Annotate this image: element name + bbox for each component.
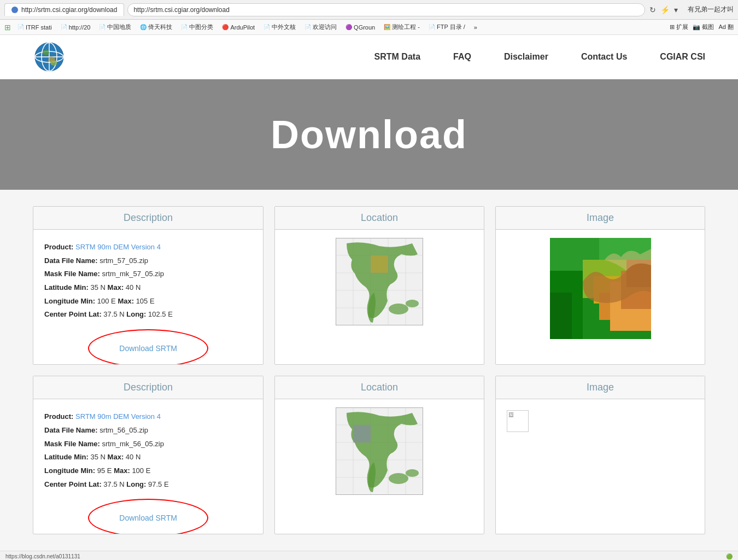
dropdown-icon[interactable]: ▾ (673, 4, 679, 15)
bookmark-icon-welcome: 📄 (304, 24, 311, 30)
center-lat-value-1: 37.5 N (103, 310, 124, 318)
description-header-1: Description (33, 207, 263, 230)
main-nav: SRTM Data FAQ Disclaimer Contact Us CGIA… (0, 35, 738, 79)
data-file-value-1: srtm_57_05.zip (99, 256, 148, 265)
svg-rect-16 (371, 255, 388, 273)
mask-file-value-1: srtm_mk_57_05.zip (102, 270, 164, 278)
description-card-1: Description Product: SRTM 90m DEM Versio… (33, 206, 263, 365)
lat-min-label-1: Latitude Min: (44, 283, 89, 291)
extensions-btn[interactable]: ⊞ 扩展 (670, 23, 688, 31)
lon-max-value-1: 105 E (136, 297, 155, 305)
lat-max-label-2: Max: (108, 453, 124, 461)
bookmark-icon-zhongwai: 📄 (263, 24, 270, 30)
nav-disclaimer[interactable]: Disclaimer (504, 52, 548, 62)
bookmark-label-yitian: 倚天科技 (148, 23, 172, 31)
cards-section: Description Product: SRTM 90m DEM Versio… (0, 190, 738, 551)
lon-min-value-2: 95 E (97, 466, 112, 475)
bookmark-icon-itrf: 📄 (17, 24, 24, 30)
lat-min-value-2: 35 N (91, 453, 106, 461)
bookmark-http20[interactable]: 📄 http://20 (58, 23, 93, 32)
product-row-2: Product: SRTM 90m DEM Version 4 (44, 410, 252, 424)
refresh-icon[interactable]: ↻ (648, 4, 657, 15)
bookmark-icon-http20: 📄 (61, 24, 67, 30)
bookmark-label-qgroun: QGroun (354, 24, 375, 31)
center-lon-value-1: 102.5 E (148, 310, 173, 318)
bookmarks-icon: ⊞ (4, 23, 11, 32)
map-svg-1 (336, 238, 423, 325)
lightning-icon: ⚡ (659, 4, 671, 15)
bookmark-zhongwai[interactable]: 📄 中外文核 (261, 22, 298, 32)
globe-icon (33, 40, 66, 73)
center-lat-label-1: Center Point Lat: (44, 310, 102, 318)
bookmark-label-itrf: ITRF stati (26, 24, 52, 31)
tab-favicon (11, 7, 18, 13)
bookmark-itrf[interactable]: 📄 ITRF stati (15, 23, 54, 32)
center-lon-value-2: 97.5 E (148, 480, 169, 488)
bookmark-geology[interactable]: 📄 中国地质 (97, 22, 133, 32)
image-header-2: Image (496, 376, 705, 399)
location-card-2: Location (274, 376, 484, 534)
mask-file-label-2: Mask File Name: (44, 440, 100, 448)
bookmark-label-surveying: 测绘工程 - (392, 23, 420, 31)
download-link-1[interactable]: Download SRTM (119, 344, 177, 353)
image-card-2: Image 🖼 (495, 376, 705, 534)
nav-srtm-data[interactable]: SRTM Data (374, 52, 420, 62)
bookmark-ftp[interactable]: 📄 FTP 目录 / (426, 22, 467, 32)
center-lat-value-2: 37.5 N (103, 480, 124, 488)
data-file-label-1: Data File Name: (44, 256, 98, 265)
data-file-row-1: Data File Name: srtm_57_05.zip (44, 254, 252, 268)
svg-point-15 (406, 300, 419, 307)
lat-max-value-2: 40 N (126, 453, 140, 461)
lat-min-label-2: Latitude Min: (44, 453, 89, 461)
nav-links: SRTM Data FAQ Disclaimer Contact Us CGIA… (374, 52, 705, 62)
lon-min-label-2: Longitude Min: (44, 466, 95, 475)
bookmark-label-more: » (474, 24, 477, 31)
url-text: http://srtm.csi.cgiar.org/download (133, 6, 229, 14)
broken-image-placeholder: 🖼 (507, 410, 529, 432)
bookmark-label-ftp: FTP 目录 / (437, 23, 465, 31)
bookmark-label-lib: 中图分类 (189, 23, 213, 31)
lon-max-value-2: 100 E (132, 466, 150, 475)
bookmark-label-zhongwai: 中外文核 (272, 23, 296, 31)
nav-faq[interactable]: FAQ (453, 52, 471, 62)
bookmark-icon-lib: 📄 (181, 24, 188, 30)
screenshot-btn[interactable]: 📷 截图 (693, 23, 714, 31)
browser-tab[interactable]: http://srtm.csi.cgiar.org/download (4, 3, 124, 16)
nav-contact-us[interactable]: Contact Us (581, 52, 627, 62)
map-container-1 (275, 230, 484, 334)
bookmark-label-http20: http://20 (69, 24, 91, 31)
data-file-row-2: Data File Name: srtm_56_05.zip (44, 424, 252, 438)
bookmark-lib[interactable]: 📄 中图分类 (179, 22, 215, 32)
lat-min-value-1: 35 N (91, 283, 106, 291)
product-value-2[interactable]: SRTM 90m DEM Version 4 (75, 412, 161, 421)
svg-rect-28 (550, 293, 572, 339)
lon-row-2: Longitude Min: 95 E Max: 100 E (44, 464, 252, 478)
bookmark-welcome[interactable]: 📄 欢迎访问 (302, 22, 339, 32)
bookmark-more[interactable]: » (472, 23, 479, 32)
bookmark-label-geology: 中国地质 (107, 23, 131, 31)
card-row-1: Description Product: SRTM 90m DEM Versio… (33, 206, 705, 365)
hero-title: Download (271, 113, 467, 156)
bookmark-surveying[interactable]: 🖼️ 测绘工程 - (382, 22, 422, 32)
lat-max-value-1: 40 N (126, 283, 140, 291)
mask-file-label-1: Mask File Name: (44, 270, 100, 278)
bookmark-yitian[interactable]: 🌐 倚天科技 (138, 22, 174, 32)
mask-file-value-2: srtm_mk_56_05.zip (102, 440, 164, 448)
map-svg-2 (336, 407, 423, 495)
product-value-1[interactable]: SRTM 90m DEM Version 4 (75, 243, 161, 251)
bookmark-qgroun[interactable]: 🟣 QGroun (343, 23, 377, 32)
url-bar[interactable]: http://srtm.csi.cgiar.org/download (127, 3, 645, 16)
bookmark-ardupilot[interactable]: 🔴 ArduPilot (220, 23, 257, 32)
translate-btn[interactable]: Ad 翻 (718, 23, 734, 31)
bookmark-label-ardupilot: ArduPilot (230, 24, 255, 31)
center-lon-label-2: Long: (126, 480, 146, 488)
nav-cgiar-csi[interactable]: CGIAR CSI (660, 52, 705, 62)
lat-row-2: Latitude Min: 35 N Max: 40 N (44, 451, 252, 464)
broken-img-wrapper: 🖼 (496, 399, 705, 498)
description-header-2: Description (33, 376, 263, 399)
location-card-1: Location (274, 206, 484, 365)
bookmark-icon-geology: 📄 (99, 24, 106, 30)
download-link-2[interactable]: Download SRTM (119, 514, 177, 522)
nav-logo[interactable] (33, 40, 66, 73)
svg-point-39 (406, 469, 419, 477)
